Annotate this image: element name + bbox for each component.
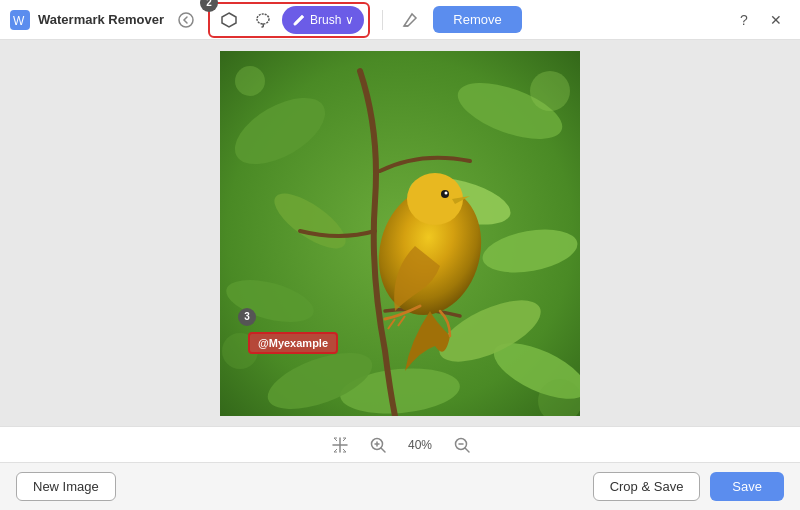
help-button[interactable]: ? bbox=[730, 6, 758, 34]
new-image-button[interactable]: New Image bbox=[16, 472, 116, 501]
title-bar-left: W Watermark Remover 2 bbox=[10, 2, 522, 38]
eraser-button[interactable] bbox=[395, 6, 425, 34]
brush-dropdown-arrow: ∨ bbox=[345, 13, 354, 27]
title-bar-right: ? ✕ bbox=[730, 6, 790, 34]
brush-icon bbox=[292, 13, 306, 27]
back-button[interactable] bbox=[172, 6, 200, 34]
polygon-tool-button[interactable] bbox=[214, 6, 244, 34]
app-logo-icon: W bbox=[10, 10, 30, 30]
remove-button[interactable]: Remove bbox=[433, 6, 521, 33]
footer: New Image Crop & Save Save bbox=[0, 462, 800, 510]
svg-point-21 bbox=[530, 71, 570, 111]
svg-point-20 bbox=[235, 66, 265, 96]
pan-icon bbox=[330, 435, 350, 455]
svg-marker-3 bbox=[222, 13, 236, 27]
close-button[interactable]: ✕ bbox=[762, 6, 790, 34]
lasso-tool-button[interactable] bbox=[248, 6, 278, 34]
watermark-label: @Myexample bbox=[248, 332, 338, 354]
zoom-out-icon bbox=[453, 436, 471, 454]
image-container: 3 @Myexample bbox=[220, 51, 580, 416]
brush-tool-button[interactable]: Brush ∨ bbox=[282, 6, 364, 34]
zoom-in-button[interactable] bbox=[366, 433, 390, 457]
svg-point-2 bbox=[179, 13, 193, 27]
eraser-icon bbox=[400, 10, 420, 30]
footer-right: Crop & Save Save bbox=[593, 472, 784, 501]
bird-image bbox=[220, 51, 580, 416]
lasso-icon bbox=[254, 11, 272, 29]
zoom-out-button[interactable] bbox=[450, 433, 474, 457]
pan-button[interactable] bbox=[326, 431, 354, 459]
back-icon bbox=[178, 12, 194, 28]
title-bar: W Watermark Remover 2 bbox=[0, 0, 800, 40]
tool-group: 2 Brush ∨ bbox=[208, 2, 370, 38]
zoom-in-icon bbox=[369, 436, 387, 454]
svg-point-19 bbox=[445, 191, 448, 194]
main-area: 3 @Myexample bbox=[0, 40, 800, 426]
crop-save-button[interactable]: Crop & Save bbox=[593, 472, 701, 501]
polygon-icon bbox=[220, 11, 238, 29]
save-button[interactable]: Save bbox=[710, 472, 784, 501]
zoom-level: 40% bbox=[402, 438, 438, 452]
separator bbox=[382, 10, 383, 30]
svg-text:W: W bbox=[13, 14, 25, 28]
app-title: Watermark Remover bbox=[38, 12, 164, 27]
step3-badge: 3 bbox=[238, 308, 256, 326]
svg-point-4 bbox=[257, 14, 269, 24]
bottom-toolbar: 40% bbox=[0, 426, 800, 462]
